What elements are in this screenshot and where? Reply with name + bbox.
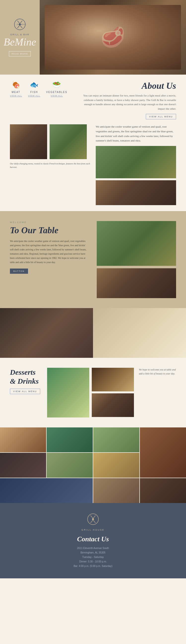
vegetables-icon: 🥗 xyxy=(52,80,61,89)
photo-grid xyxy=(0,428,186,503)
desserts-section: Desserts & Drinks VIEW ALL MENU We hope … xyxy=(0,358,186,428)
grid-image-5 xyxy=(0,453,46,478)
svg-line-2 xyxy=(20,21,22,24)
hours-label: Tuesday - Saturday xyxy=(5,555,181,560)
steak-with-sauce-image xyxy=(96,180,176,205)
footer-logo-icon xyxy=(5,513,181,527)
food-images-row: Our daily-changing menu, rooted in class… xyxy=(10,124,176,205)
food-left-col: Our daily-changing menu, rooted in class… xyxy=(10,124,90,205)
welcome-image-2 xyxy=(97,268,176,298)
desserts-text: Desserts & Drinks VIEW ALL MENU xyxy=(10,368,42,394)
grid-image-7 xyxy=(93,453,139,478)
vegetables-view-all[interactable]: VIEW ALL xyxy=(51,94,63,97)
desserts-images xyxy=(47,368,134,418)
category-vegetables: 🥗 VEGETABLES VIEW ALL xyxy=(46,80,67,97)
fish-view-all[interactable]: VIEW ALL xyxy=(28,94,40,97)
grid-image-6 xyxy=(47,453,93,478)
veggies-steak-image xyxy=(96,146,176,178)
hero-steak-image xyxy=(40,0,186,74)
meat-label: MEAT xyxy=(12,91,20,94)
svg-line-1 xyxy=(17,21,20,24)
welcome-label: WELCOME xyxy=(10,221,89,224)
svg-point-13 xyxy=(92,518,94,520)
bar-hours: Bar: 4:00 p.m. (5:00 p.m. Saturday) xyxy=(5,564,181,568)
svg-line-12 xyxy=(93,520,95,523)
cat-about-row: 🍖 MEAT VIEW ALL 🐟 FISH VIEW ALL 🥗 VEGETA… xyxy=(10,80,176,119)
meat-view-all[interactable]: VIEW ALL xyxy=(10,94,22,97)
food-images-pair xyxy=(10,124,90,159)
grid-image-9 xyxy=(93,478,139,503)
grid-image-4 xyxy=(140,428,186,478)
welcome-body: We anticipate the cooler weather game of… xyxy=(10,239,89,264)
about-body: You can enjoy an intimate dinner for two… xyxy=(77,94,176,111)
about-title: About Us xyxy=(77,80,176,91)
welcome-title: To Our Table xyxy=(10,226,89,236)
vegetables-board-image xyxy=(50,124,87,159)
food-body-text: We anticipate the cooler weather game of… xyxy=(96,124,176,143)
about-us-panel: About Us You can enjoy an intimate dinne… xyxy=(72,80,176,119)
cocktail-image xyxy=(47,368,89,418)
hero-section: GRILL HOUSE Grill & Bar BeMine READ MORE xyxy=(0,0,186,74)
chocolate-dessert-image xyxy=(92,368,134,391)
hero-brand-panel: GRILL HOUSE Grill & Bar BeMine READ MORE xyxy=(0,0,40,74)
read-more-button[interactable]: READ MORE xyxy=(9,51,31,56)
desserts-images-col xyxy=(47,368,89,418)
welcome-button[interactable]: BUTTon xyxy=(10,268,28,274)
footer: GRILL HOUSE Contact Us 2611 Eleventh Ave… xyxy=(0,503,186,578)
desserts-title: Desserts & Drinks xyxy=(10,368,42,386)
gallery-sandwich-image xyxy=(93,308,186,358)
food-right-images xyxy=(96,146,176,178)
gallery-row xyxy=(0,308,186,358)
vegetables-label: VEGETABLES xyxy=(46,91,67,94)
fish-icon: 🐟 xyxy=(30,80,38,89)
welcome-images-panel xyxy=(97,221,176,298)
view-all-menu-button[interactable]: VIEW ALL MENU xyxy=(146,114,176,119)
hero-title: BeMine xyxy=(4,37,36,47)
food-right-col: We anticipate the cooler weather game of… xyxy=(93,124,176,205)
logo-icon: GRILL HOUSE xyxy=(14,18,26,32)
grid-image-10 xyxy=(140,478,186,503)
steak-sauce-image-wrap xyxy=(96,180,176,205)
category-meat: 🍖 MEAT VIEW ALL xyxy=(10,80,22,97)
grid-image-8 xyxy=(0,478,93,503)
categories-group: 🍖 MEAT VIEW ALL 🐟 FISH VIEW ALL 🥗 VEGETA… xyxy=(10,80,67,119)
desserts-view-all-menu-button[interactable]: VIEW ALL MENU xyxy=(10,389,40,394)
svg-line-3 xyxy=(17,25,20,28)
tagline: Grill & Bar xyxy=(10,33,29,36)
svg-line-11 xyxy=(91,520,93,523)
svg-line-9 xyxy=(91,516,93,518)
desserts-description: We hope to welcome you at table and add … xyxy=(139,368,176,376)
address-line-1: 2611 Eleventh Avenue South xyxy=(5,546,181,550)
rack-of-lamb-image xyxy=(10,124,47,159)
svg-line-10 xyxy=(93,516,95,518)
contact-title: Contact Us xyxy=(5,535,181,543)
category-fish: 🐟 FISH VIEW ALL xyxy=(28,80,40,97)
grid-image-3 xyxy=(93,428,139,452)
address-line-2: Birmingham, AL 35305 xyxy=(5,550,181,555)
grid-image-2 xyxy=(47,428,93,452)
welcome-image-1 xyxy=(97,221,176,266)
desserts-desc-text: We hope to welcome you at table and add … xyxy=(139,368,176,376)
grid-image-1 xyxy=(0,428,46,452)
meat-icon: 🍖 xyxy=(12,80,20,89)
svg-text:HOUSE: HOUSE xyxy=(21,24,26,25)
welcome-text-panel: WELCOME To Our Table We anticipate the c… xyxy=(10,221,89,298)
dinner-hours: Dinner: 5:30 - 10:00 p.m. xyxy=(5,560,181,564)
footer-logo-text: GRILL HOUSE xyxy=(5,529,181,531)
footer-address: 2611 Eleventh Avenue South Birmingham, A… xyxy=(5,546,181,568)
food-caption: Our daily-changing menu, rooted in class… xyxy=(10,162,90,169)
categories-section: 🍖 MEAT VIEW ALL 🐟 FISH VIEW ALL 🥗 VEGETA… xyxy=(0,74,186,211)
gallery-steak-dark-image xyxy=(0,308,93,358)
fish-label: FISH xyxy=(30,91,38,94)
desserts-images-col-2 xyxy=(92,368,134,418)
bbq-dessert-image xyxy=(92,393,134,417)
svg-line-4 xyxy=(20,25,22,28)
hero-image xyxy=(40,0,186,74)
welcome-section: WELCOME To Our Table We anticipate the c… xyxy=(0,211,186,308)
